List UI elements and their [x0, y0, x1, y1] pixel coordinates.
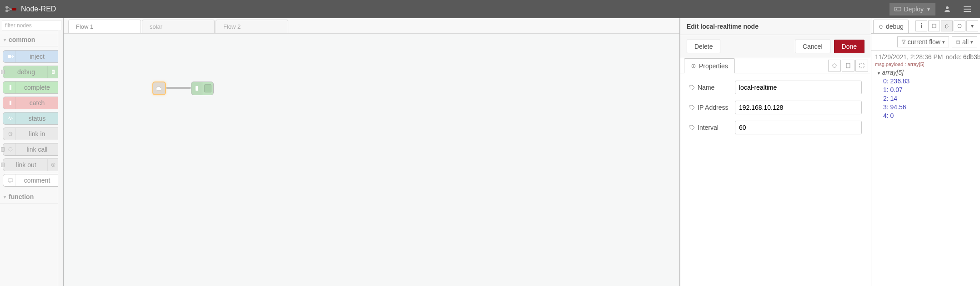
palette: ▾common inject debug complete catch stat… — [0, 18, 64, 286]
properties-tab[interactable]: Properties — [684, 58, 735, 73]
ip-label: IP Address — [689, 104, 735, 111]
palette-node-debug[interactable]: debug — [3, 66, 60, 78]
sidebar-debug-button[interactable] — [941, 20, 953, 31]
gear-icon — [957, 23, 962, 29]
tag-icon — [689, 105, 695, 110]
sidebar-help-button[interactable] — [928, 20, 940, 31]
palette-node-comment[interactable]: comment — [3, 174, 60, 187]
debug-toggle[interactable] — [204, 84, 211, 92]
svg-rect-32 — [957, 41, 960, 44]
canvas-node-debug[interactable] — [191, 82, 214, 95]
bug-icon — [944, 23, 950, 29]
chevron-down-icon: ▾ — [4, 194, 6, 199]
svg-rect-2 — [12, 8, 16, 10]
app-header: Node-RED Deploy ▼ — [0, 0, 980, 18]
sidebar-dropdown-button[interactable]: ▾ — [966, 20, 978, 31]
flow-canvas[interactable] — [64, 34, 679, 286]
filter-nodes-input[interactable] — [2, 20, 61, 31]
debug-filter-button[interactable]: current flow ▾ — [897, 36, 949, 47]
hamburger-icon — [964, 6, 971, 12]
category-common[interactable]: ▾common — [0, 33, 63, 46]
nodered-logo-icon — [5, 5, 17, 13]
name-input[interactable] — [735, 81, 862, 94]
status-icon — [5, 112, 16, 124]
link-call-icon — [5, 143, 16, 155]
svg-point-30 — [945, 25, 948, 28]
svg-rect-7 — [964, 9, 971, 10]
svg-point-0 — [5, 6, 8, 9]
appearance-icon — [859, 63, 864, 68]
svg-rect-3 — [895, 7, 901, 11]
svg-rect-8 — [964, 11, 971, 12]
gear-icon — [832, 63, 837, 68]
catch-icon — [5, 97, 16, 109]
debug-icon — [191, 82, 202, 95]
deploy-button[interactable]: Deploy ▼ — [890, 3, 936, 15]
svg-rect-14 — [10, 85, 11, 90]
svg-point-22 — [693, 66, 694, 67]
tag-icon — [689, 125, 695, 130]
cancel-button[interactable]: Cancel — [795, 40, 830, 53]
palette-node-link-in[interactable]: link in — [3, 128, 60, 140]
tab-flow1[interactable]: Flow 1 — [68, 20, 141, 33]
svg-point-23 — [833, 64, 836, 67]
menu-button[interactable] — [959, 1, 975, 17]
gear-icon — [691, 63, 696, 69]
palette-node-complete[interactable]: complete — [3, 81, 60, 94]
flow-tabs: Flow 1 solar Flow 2 — [64, 18, 679, 34]
svg-rect-25 — [859, 63, 864, 68]
tag-icon — [689, 85, 695, 90]
debug-item[interactable]: 3: 94.56 — [883, 103, 976, 111]
edit-panel: Edit local-realtime node Delete Cancel D… — [680, 18, 871, 286]
bug-icon — [878, 24, 884, 29]
tab-flow2[interactable]: Flow 2 — [216, 20, 288, 33]
ip-input[interactable] — [735, 101, 862, 114]
trash-icon — [956, 40, 960, 44]
debug-item[interactable]: 2: 14 — [883, 95, 976, 102]
node-appearance-button[interactable] — [855, 60, 868, 72]
tab-solar[interactable]: solar — [142, 20, 215, 33]
done-button[interactable]: Done — [834, 40, 864, 53]
palette-node-catch[interactable]: catch — [3, 97, 60, 109]
debug-icon — [47, 66, 58, 78]
user-button[interactable] — [939, 1, 955, 17]
svg-point-1 — [5, 10, 8, 12]
category-function[interactable]: ▾function — [0, 190, 63, 204]
wire — [166, 87, 191, 89]
deploy-icon — [894, 6, 901, 12]
svg-rect-9 — [8, 55, 11, 58]
svg-rect-20 — [196, 86, 198, 91]
debug-array-toggle[interactable]: array[5] — [877, 69, 976, 76]
palette-node-inject[interactable]: inject — [3, 50, 60, 63]
debug-item[interactable]: 1: 0.07 — [883, 86, 976, 93]
palette-node-link-call[interactable]: link call — [3, 143, 60, 156]
book-icon — [931, 23, 937, 29]
app-title: Node-RED — [21, 5, 56, 13]
filter-icon — [901, 40, 906, 44]
category-label: common — [9, 36, 35, 43]
sidebar-tab-debug[interactable]: debug — [873, 20, 909, 33]
debug-item[interactable]: 0: 236.83 — [883, 77, 976, 85]
node-settings-button[interactable] — [828, 60, 841, 72]
delete-button[interactable]: Delete — [687, 40, 720, 53]
sidebar-config-button[interactable] — [954, 20, 965, 31]
cloud-icon — [153, 82, 165, 94]
caret-down-icon: ▼ — [926, 7, 931, 12]
sidebar-info-button[interactable]: i — [915, 20, 927, 31]
canvas-node-local-realtime[interactable] — [152, 82, 166, 95]
debug-item[interactable]: 4: 0 — [883, 112, 976, 119]
debug-path[interactable]: msg.payload : array[5] — [875, 61, 976, 67]
svg-rect-29 — [932, 24, 936, 28]
interval-input[interactable] — [735, 121, 862, 134]
node-description-button[interactable] — [842, 60, 854, 72]
debug-meta: 11/29/2021, 2:28:36 PM node: 6db3b8a1614… — [875, 53, 976, 61]
palette-node-link-out[interactable]: link out — [3, 158, 60, 171]
svg-point-5 — [946, 6, 949, 9]
complete-icon — [5, 82, 16, 93]
svg-point-4 — [895, 9, 897, 10]
debug-clear-button[interactable]: all ▾ — [952, 36, 977, 47]
svg-rect-6 — [964, 6, 971, 7]
palette-node-status[interactable]: status — [3, 112, 60, 125]
svg-point-31 — [958, 24, 961, 28]
deploy-label: Deploy — [904, 5, 924, 13]
